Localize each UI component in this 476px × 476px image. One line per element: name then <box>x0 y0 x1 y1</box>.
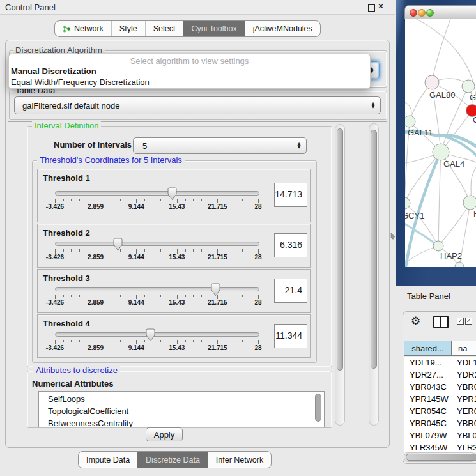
slider-tick <box>55 199 56 203</box>
slider-tick <box>234 249 234 252</box>
slider-tick <box>185 295 186 297</box>
threshold-slider-thumb[interactable] <box>167 187 177 201</box>
number-of-intervals-value: 5 <box>134 141 292 151</box>
table-cell[interactable]: YBR04 <box>457 381 476 393</box>
outer-vertical-scrollbar[interactable] <box>369 123 379 426</box>
slider-tick-label: 15.43 <box>169 344 185 351</box>
attributes-group-title: Attributes to discretize <box>33 366 120 375</box>
network-canvas[interactable]: GAL80GACGAL11GAL4GCY1HHAP2 <box>405 19 476 267</box>
tab-jactivemnodules[interactable]: jActiveMNodules <box>245 21 320 36</box>
threshold-value-field[interactable]: 11.344 <box>274 324 307 348</box>
slider-tick-label: -3.426 <box>46 254 64 261</box>
number-of-intervals-combobox[interactable]: 5 ▲▼ <box>133 137 307 154</box>
network-node-gal4[interactable] <box>433 144 449 160</box>
threshold-slider-track[interactable] <box>55 287 259 291</box>
table-cell[interactable]: YPR145W <box>410 393 456 405</box>
threshold-slider-thumb[interactable] <box>211 283 220 296</box>
table-cell[interactable]: YER054C <box>410 405 456 417</box>
gear-icon[interactable]: ⚙ <box>411 314 420 327</box>
slider-tick <box>153 199 153 201</box>
slider-tick <box>160 295 161 297</box>
network-node-gal80[interactable] <box>425 75 439 89</box>
slider-tick <box>136 249 137 254</box>
slider-tick <box>112 340 112 342</box>
column-header-shared-[interactable]: shared... <box>404 341 452 356</box>
tab-network[interactable]: Network <box>55 21 111 36</box>
list-item-topologicalcoefficient[interactable]: TopologicalCoefficient <box>48 405 128 417</box>
control-panel-titlebar <box>0 0 395 15</box>
list-item-selfloops[interactable]: SelfLoops <box>48 393 85 405</box>
slider-tick <box>144 295 145 297</box>
threshold-value-field[interactable]: 21.4 <box>274 279 307 303</box>
tab-impute-data[interactable]: Impute Data <box>79 452 137 468</box>
table-cell[interactable]: YDR27... <box>410 369 456 381</box>
slider-tick <box>250 340 250 342</box>
threshold-slider-track[interactable] <box>55 242 259 246</box>
tab-style[interactable]: Style <box>111 21 145 36</box>
float-window-icon[interactable] <box>368 4 375 12</box>
slider-tick <box>79 199 80 201</box>
zoom-window-icon[interactable] <box>427 10 434 17</box>
horizontal-scrollbar-thumb[interactable] <box>406 454 476 461</box>
interval-definition-title: Interval Definition <box>32 121 101 130</box>
tab-cyni-toolbox[interactable]: Cyni Toolbox <box>183 21 244 36</box>
table-cell[interactable]: YBL07 <box>457 429 476 441</box>
table-data-combobox[interactable]: galFiltered.sif default node ▲▼ <box>14 96 381 114</box>
mouse-cursor <box>390 233 395 240</box>
tab-select[interactable]: Select <box>145 21 183 36</box>
network-node-ga[interactable] <box>462 80 475 93</box>
numerical-attributes-list[interactable]: SelfLoopsTopologicalCoefficientBetweenne… <box>38 391 325 427</box>
split-panel-icon[interactable] <box>433 316 449 328</box>
threshold-value-field[interactable]: 6.316 <box>274 233 307 257</box>
network-node-hap2[interactable] <box>433 241 443 251</box>
close-window-icon[interactable] <box>410 10 417 17</box>
slider-tick <box>210 340 210 342</box>
threshold-slider-thumb[interactable] <box>146 328 155 342</box>
threshold-slider-thumb[interactable] <box>113 238 123 251</box>
table-cell[interactable]: YBR043C <box>410 381 456 393</box>
checkbox-icon[interactable]: ✓ <box>457 318 464 325</box>
inner-vertical-scrollbar-thumb[interactable] <box>337 128 343 371</box>
table-cell[interactable]: YBR04 <box>457 417 476 429</box>
slider-tick <box>258 249 259 254</box>
dropdown-option-manual-discretization[interactable]: Manual Discretization <box>11 66 96 76</box>
table-body[interactable]: YDL19...YDL19YDR27...YDR27YBR043CYBR04YP… <box>404 357 476 452</box>
column-header-na[interactable]: na <box>451 341 476 356</box>
network-window-titlebar[interactable] <box>404 5 476 19</box>
slider-tick-label: 21.715 <box>208 254 227 261</box>
tab-infer-network[interactable]: Infer Network <box>208 452 271 468</box>
table-cell[interactable]: YPR14 <box>457 393 476 405</box>
minimize-window-icon[interactable] <box>418 10 426 17</box>
horizontal-scrollbar[interactable] <box>404 452 476 462</box>
apply-button[interactable]: Apply <box>146 427 183 441</box>
table-cell[interactable]: YLR345W <box>410 441 456 452</box>
tab-discretize-data[interactable]: Discretize Data <box>137 452 208 468</box>
threshold-label: Threshold 4 <box>43 319 90 328</box>
network-node-gal11[interactable] <box>405 116 415 127</box>
table-cell[interactable]: YLR34 <box>457 441 476 452</box>
close-icon[interactable]: ✕ <box>378 2 384 11</box>
threshold-value-field[interactable]: 14.713 <box>274 183 307 207</box>
table-cell[interactable]: YBR045C <box>410 417 456 429</box>
control-panel-tab-bar: NetworkStyleSelectCyni ToolboxjActiveMNo… <box>54 20 321 37</box>
thresholds-group-title: Threshold's Coordinates for 5 Intervals <box>37 156 185 165</box>
table-cell[interactable]: YBL079W <box>410 429 456 441</box>
dropdown-option-equal-width-frequency-discretization[interactable]: Equal Width/Frequency Discretization <box>11 77 150 87</box>
slider-tick <box>201 340 202 342</box>
slider-tick <box>210 199 210 201</box>
threshold-slider-track[interactable] <box>55 191 259 196</box>
list-scrollbar-thumb[interactable] <box>315 394 321 422</box>
outer-vertical-scrollbar-thumb[interactable] <box>371 130 377 369</box>
threshold-slider-track[interactable] <box>55 332 259 337</box>
combobox-arrows-icon: ▲▼ <box>366 102 380 109</box>
checkbox-icon[interactable]: ✓ <box>465 318 472 325</box>
table-cell[interactable]: YDL19... <box>410 357 456 369</box>
table-cell[interactable]: YDR27 <box>457 369 476 381</box>
inner-vertical-scrollbar[interactable] <box>335 124 345 426</box>
slider-tick-label: 2.859 <box>88 254 104 261</box>
list-item-betweennesscentrality[interactable]: BetweennessCentrality <box>48 417 133 427</box>
table-cell[interactable]: YDL19 <box>457 357 476 369</box>
slider-tick <box>160 249 161 252</box>
table-cell[interactable]: YER05 <box>457 405 476 417</box>
network-node-h[interactable] <box>463 196 476 210</box>
